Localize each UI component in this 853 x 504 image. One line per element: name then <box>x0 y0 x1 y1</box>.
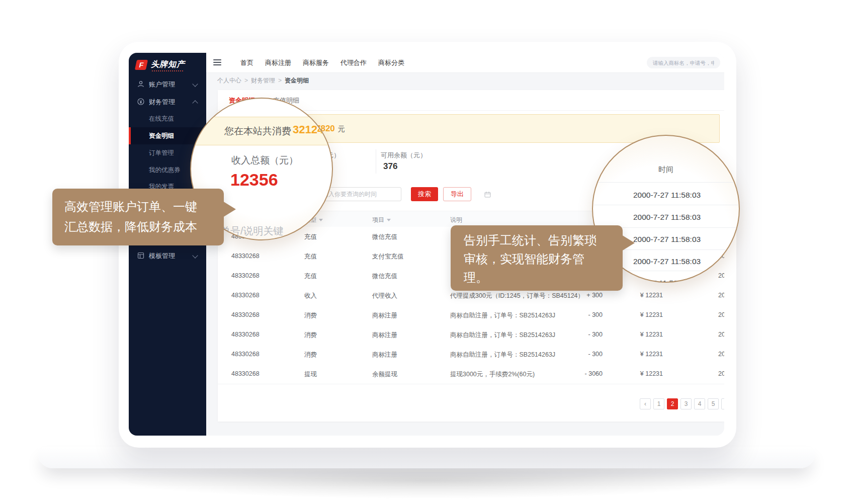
callout-right: 告别手工统计、告别繁琐 审核，实现智能财务管 理。 <box>451 225 623 291</box>
cell-order: 48330268 <box>231 253 260 260</box>
sort-caret-icon <box>319 219 323 221</box>
cell-order: 48330268 <box>231 311 260 318</box>
breadcrumb: 个人中心>财务管理>资金明细 <box>206 73 724 89</box>
cell-desc: 商标自助注册，订单号：SB2514263J <box>450 311 555 320</box>
sidebar-item-label: 账户管理 <box>149 80 175 89</box>
top-navigation: 首页 商标注册 商标服务 代理合作 商标分类 <box>240 53 404 72</box>
magnified-stat-value: 12356 <box>230 170 278 190</box>
cell-project: 支付宝充值 <box>372 253 404 261</box>
divider <box>593 205 739 205</box>
cell-balance: ¥ 12231 <box>618 370 663 377</box>
sidebar-item-finance[interactable]: 财务管理 <box>129 93 206 110</box>
col-project-header[interactable]: 项目 <box>372 216 391 224</box>
cell-balance: ¥ 12231 <box>618 351 663 358</box>
sidebar-item-label: 在线充值 <box>149 115 174 123</box>
breadcrumb-item[interactable]: 个人中心 <box>217 77 241 84</box>
cell-balance: ¥ 12231 <box>618 292 663 299</box>
cell-project: 余额提现 <box>372 370 397 379</box>
cell-time: 2000-7-27 11:58:03 <box>718 370 724 377</box>
brand-logo[interactable]: F 头牌知产 <box>136 59 201 76</box>
stat-balance-label: 可用余额（元） <box>381 151 426 160</box>
breadcrumb-item-current: 资金明细 <box>285 77 309 84</box>
pagination-page-1[interactable]: 1 <box>653 398 664 409</box>
template-icon <box>137 251 145 260</box>
cell-balance: ¥ 12231 <box>618 311 663 318</box>
sort-caret-icon <box>387 219 391 221</box>
pagination-page-4[interactable]: 4 <box>694 398 705 409</box>
pagination-next-button[interactable]: › <box>721 398 724 409</box>
cell-type: 充值 <box>304 253 317 261</box>
cell-time: 2000-7-27 11:58:03 <box>718 272 724 279</box>
sidebar-item-templates[interactable]: 模板管理 <box>129 247 206 264</box>
cell-desc: 代理提成300元（ID:1245，订单号：SB45124） <box>450 292 584 300</box>
callout-left: 高效管理账户订单、一键 汇总数据，降低财务成本 <box>52 189 224 245</box>
cell-amount: - 3060 <box>565 370 603 377</box>
cell-order: 48330268 <box>231 292 260 299</box>
magnified-timestamp: 2000-7-27 11:58:03 <box>633 235 701 244</box>
menu-icon[interactable] <box>213 59 221 65</box>
cell-type: 消费 <box>304 331 317 340</box>
pagination-page-5[interactable]: 5 <box>708 398 719 409</box>
magnified-time-header: 时间 <box>593 165 739 175</box>
magnified-timestamp: 2000-7-27 11:58:03 <box>633 257 701 266</box>
cell-order: 48330268 <box>231 331 260 338</box>
banner-unit: 元 <box>338 125 345 133</box>
pagination-prev-button[interactable]: ‹ <box>640 398 651 409</box>
export-button[interactable]: 导出 <box>443 187 471 201</box>
callout-text: 告别手工统计、告别繁琐 审核，实现智能财务管 理。 <box>464 231 596 287</box>
cell-desc: 商标自助注册，订单号：SB2514263J <box>450 351 555 359</box>
finance-icon <box>137 98 145 106</box>
marketing-canvas: F 头牌知产 账户管理 财务管理 <box>0 0 853 504</box>
cell-order: 48330268 <box>231 370 260 377</box>
cell-project: 微信充值 <box>372 272 397 281</box>
sidebar-item-label: 模板管理 <box>149 251 175 261</box>
sidebar-item-account[interactable]: 账户管理 <box>129 75 206 93</box>
sidebar-item-online-recharge[interactable]: 在线充值 <box>129 110 206 127</box>
cell-type: 收入 <box>304 292 317 300</box>
nav-tab-trademark-service[interactable]: 商标服务 <box>303 58 329 67</box>
callout-arrow <box>223 201 236 217</box>
cell-type: 提现 <box>304 370 317 379</box>
nav-tab-trademark-register[interactable]: 商标注册 <box>265 58 291 67</box>
sidebar-item-label: 资金明细 <box>149 132 174 140</box>
nav-tab-home[interactable]: 首页 <box>240 58 253 67</box>
table-row: 48330268 提现 余额提现 提现3000元，手续费2%(60元) - 30… <box>218 364 724 384</box>
sidebar-item-label: 我的优惠券 <box>149 166 181 175</box>
brand-logo-icon: F <box>135 60 148 70</box>
nav-tab-trademark-class[interactable]: 商标分类 <box>378 58 404 67</box>
pagination-page-3[interactable]: 3 <box>680 398 692 409</box>
nav-tab-agency[interactable]: 代理合作 <box>340 58 367 67</box>
magnified-timestamp: 2000-7-27 11:58:03 <box>633 213 701 222</box>
stat-balance-value: 376 <box>383 161 397 172</box>
brand-logo-text: 头牌知产 <box>151 59 185 70</box>
cell-order: 48330268 <box>231 351 260 358</box>
cell-balance: ¥ 12231 <box>618 331 663 338</box>
cell-project: 商标注册 <box>372 331 397 340</box>
cell-type: 消费 <box>304 351 317 359</box>
pagination-page-2-active[interactable]: 2 <box>667 398 678 409</box>
chevron-down-icon <box>192 81 198 87</box>
breadcrumb-item[interactable]: 财务管理 <box>251 77 275 84</box>
table-row: 48330268 消费 商标注册 商标自助注册，订单号：SB2514263J -… <box>218 325 724 345</box>
cell-desc: 提现3000元，手续费2%(60元) <box>450 370 535 379</box>
breadcrumb-separator: > <box>244 77 248 84</box>
table-row: 48330268 消费 商标注册 商标自助注册，订单号：SB2514263J -… <box>218 345 724 365</box>
search-button[interactable]: 搜索 <box>411 187 438 201</box>
laptop-base <box>38 447 815 468</box>
callout-arrow <box>622 235 635 251</box>
chevron-up-icon <box>192 100 198 106</box>
topbar-search-input[interactable] <box>647 57 720 68</box>
calendar-icon <box>484 191 491 197</box>
sidebar-item-fund-details[interactable]: 资金明细 <box>129 127 206 144</box>
cell-time: 2000-7-27 11:58:03 <box>718 311 724 318</box>
cell-type: 充值 <box>304 233 317 241</box>
chevron-down-icon <box>192 253 198 258</box>
magnified-stat-label: 收入总额（元） <box>231 154 298 167</box>
cell-order: 48330268 <box>231 272 260 279</box>
divider <box>376 149 376 174</box>
col-desc-header: 说明 <box>450 216 462 224</box>
pagination: ‹ 1 2 3 4 5 › <box>640 398 724 409</box>
cell-type: 消费 <box>304 311 317 320</box>
cell-project: 商标注册 <box>372 311 397 320</box>
active-indicator <box>129 127 131 144</box>
